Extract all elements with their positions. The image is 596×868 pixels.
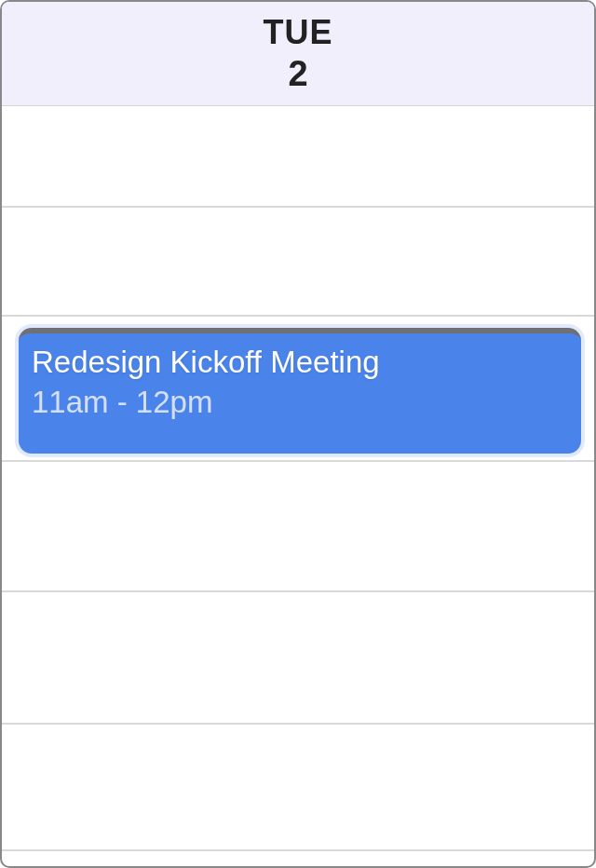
hour-row[interactable] [2,723,594,848]
calendar-day-view: TUE 2 Redesign Kickoff Meeting 11am - 12… [0,0,596,868]
event-title: Redesign Kickoff Meeting [32,343,568,381]
hour-row[interactable] [2,460,594,586]
day-header: TUE 2 [2,2,594,106]
day-name: TUE [264,13,333,52]
hour-row[interactable] [2,849,594,868]
hour-row[interactable] [2,590,594,716]
day-number: 2 [288,54,307,94]
event-time: 11am - 12pm [32,385,568,420]
time-grid[interactable]: Redesign Kickoff Meeting 11am - 12pm [2,106,594,866]
calendar-event[interactable]: Redesign Kickoff Meeting 11am - 12pm [19,328,581,454]
hour-row[interactable] [2,206,594,332]
